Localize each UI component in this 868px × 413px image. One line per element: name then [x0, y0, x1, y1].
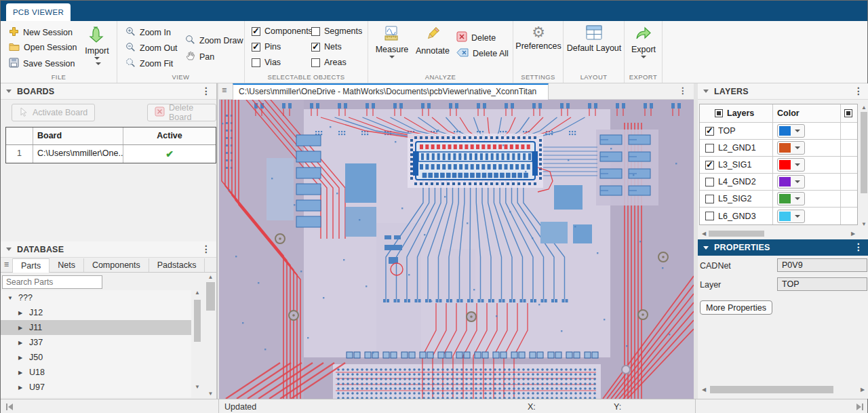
scroll-up-icon[interactable]: ▲: [859, 104, 868, 111]
layer-row-l2-gnd1[interactable]: L2_GND1: [700, 140, 857, 157]
vias-checkbox[interactable]: Vias: [252, 58, 281, 67]
scroll-down-icon[interactable]: ▼: [193, 384, 202, 390]
layer-color-dropdown[interactable]: [777, 210, 805, 223]
save-session-button[interactable]: Save Session: [9, 58, 75, 70]
tab-padstacks[interactable]: Padstacks: [149, 258, 205, 272]
measure-dropdown[interactable]: [389, 56, 395, 58]
tab-components[interactable]: Components: [84, 258, 149, 272]
components-checkbox[interactable]: Components: [252, 26, 313, 36]
tab-overflow-icon[interactable]: ≡: [1, 258, 13, 272]
layer-visible-checkbox[interactable]: [705, 127, 714, 136]
collapse-left-panel-icon[interactable]: [6, 404, 13, 410]
cadnet-field[interactable]: P0V9: [777, 258, 867, 272]
preferences-button[interactable]: ⚙ Preferences: [515, 25, 561, 51]
tree-item-u97[interactable]: ▶ U97: [1, 380, 191, 395]
layer-row-top[interactable]: TOP: [700, 123, 857, 140]
layers-vscrollbar[interactable]: ▲ ▼: [859, 104, 868, 228]
tab-nets[interactable]: Nets: [50, 258, 84, 272]
layer-row-l4-gnd2[interactable]: L4_GND2: [700, 174, 857, 191]
zoom-draw-button[interactable]: Zoom Draw: [185, 35, 243, 47]
delete-button[interactable]: Delete: [456, 31, 496, 44]
nets-checkbox[interactable]: Nets: [311, 42, 342, 52]
pan-button[interactable]: Pan: [185, 50, 214, 63]
layer-row-l3-sig1[interactable]: L3_SIG1: [700, 157, 857, 174]
chevron-right-icon[interactable]: ▶: [18, 370, 24, 376]
layer-color-dropdown[interactable]: [777, 124, 805, 138]
new-session-button[interactable]: New Session: [9, 26, 73, 39]
segments-checkbox[interactable]: Segments: [311, 26, 362, 36]
boards-panel-header[interactable]: BOARDS ⋮: [1, 83, 216, 100]
measure-button[interactable]: Measure: [375, 25, 409, 58]
collapse-right-panel-icon[interactable]: [856, 404, 863, 410]
collapse-arrow-icon[interactable]: [703, 90, 709, 93]
tree-item-j12[interactable]: ▶ J12: [1, 305, 191, 320]
document-tab[interactable]: C:\Users\mmiller\OneDrive - MathWorks\Do…: [233, 83, 549, 100]
more-properties-button[interactable]: More Properties: [700, 300, 772, 315]
delete-board-button[interactable]: Delete Board: [147, 104, 216, 121]
layer-visible-checkbox[interactable]: [705, 178, 714, 186]
scroll-down-icon[interactable]: ▼: [859, 221, 868, 227]
collapse-arrow-icon[interactable]: [6, 248, 12, 251]
save-session-dropdown[interactable]: [96, 62, 101, 65]
import-button[interactable]: Import: [79, 25, 115, 60]
scroll-up-icon[interactable]: ▲: [193, 290, 202, 296]
kebab-menu-icon[interactable]: ⋮: [201, 85, 211, 96]
areas-checkbox[interactable]: Areas: [311, 58, 347, 67]
zoom-in-button[interactable]: Zoom In: [125, 26, 171, 39]
collapse-arrow-icon[interactable]: [6, 90, 12, 93]
layer-visible-checkbox[interactable]: [705, 161, 714, 170]
activate-board-button[interactable]: Activate Board: [12, 104, 95, 121]
export-dropdown[interactable]: [641, 56, 646, 58]
zoom-out-button[interactable]: Zoom Out: [125, 42, 178, 54]
chevron-right-icon[interactable]: ▶: [18, 325, 24, 331]
annotate-button[interactable]: Annotate: [413, 25, 452, 56]
tab-overflow-icon[interactable]: ≡: [222, 85, 226, 95]
layer-color-dropdown[interactable]: [777, 192, 805, 205]
export-button[interactable]: Export: [627, 25, 660, 58]
layer-color-dropdown[interactable]: [777, 158, 805, 172]
ribbon-tab-pcb-viewer[interactable]: PCB VIEWER: [6, 3, 71, 21]
chevron-right-icon[interactable]: ▶: [18, 340, 24, 346]
scroll-up-icon[interactable]: ▲: [205, 274, 216, 280]
open-session-button[interactable]: Open Session: [9, 42, 77, 53]
layers-panel-header[interactable]: LAYERS ⋮: [698, 83, 868, 100]
scroll-down-icon[interactable]: ▼: [205, 391, 216, 397]
layers-hscrollbar[interactable]: ◀ ▶: [699, 229, 858, 238]
scroll-left-icon[interactable]: ◀: [701, 231, 707, 237]
kebab-menu-icon[interactable]: ⋮: [201, 243, 211, 254]
tree-item-u18[interactable]: ▶ U18: [1, 365, 191, 380]
chevron-down-icon[interactable]: ▼: [7, 295, 14, 301]
database-panel-header[interactable]: DATABASE ⋮: [1, 241, 216, 258]
search-parts-input[interactable]: [2, 275, 102, 289]
layer-color-dropdown[interactable]: [777, 141, 805, 155]
layer-visible-checkbox[interactable]: [705, 212, 714, 220]
kebab-menu-icon[interactable]: ⋮: [679, 85, 688, 96]
scroll-right-icon[interactable]: ▶: [850, 231, 856, 237]
board-table-row[interactable]: 1 C:\Users\mmiller\One... ✔: [6, 145, 216, 163]
chevron-right-icon[interactable]: ▶: [18, 310, 24, 316]
layer-visible-checkbox[interactable]: [705, 195, 714, 203]
kebab-menu-icon[interactable]: ⋮: [854, 241, 863, 252]
zoom-fit-button[interactable]: Zoom Fit: [125, 58, 173, 70]
column-checkbox-icon[interactable]: [844, 109, 852, 117]
layer-color-dropdown[interactable]: [777, 175, 805, 189]
tree-item-root[interactable]: ▼ ???: [1, 290, 191, 305]
tree-item-j37[interactable]: ▶ J37: [1, 335, 191, 350]
database-scrollbar[interactable]: ▲ ▼: [205, 273, 216, 397]
collapse-arrow-icon[interactable]: [703, 246, 709, 250]
import-dropdown[interactable]: [94, 57, 100, 60]
chevron-right-icon[interactable]: ▶: [18, 385, 24, 391]
scroll-right-icon[interactable]: ▶: [859, 387, 866, 393]
tree-item-j50[interactable]: ▶ J50: [1, 350, 191, 365]
layer-row-l5-sig2[interactable]: L5_SIG2: [700, 191, 857, 208]
scroll-left-icon[interactable]: ◀: [701, 387, 707, 393]
tab-parts[interactable]: Parts: [13, 258, 50, 273]
layer-visible-checkbox[interactable]: [705, 144, 714, 153]
tree-scrollbar[interactable]: ▲ ▼: [193, 289, 202, 391]
pcb-canvas[interactable]: [219, 100, 694, 399]
select-all-checkbox[interactable]: [715, 109, 723, 117]
layer-field[interactable]: TOP: [777, 277, 867, 291]
chevron-right-icon[interactable]: ▶: [18, 355, 24, 361]
default-layout-button[interactable]: Default Layout: [565, 25, 623, 53]
layer-row-l6-gnd3[interactable]: L6_GND3: [700, 208, 857, 224]
